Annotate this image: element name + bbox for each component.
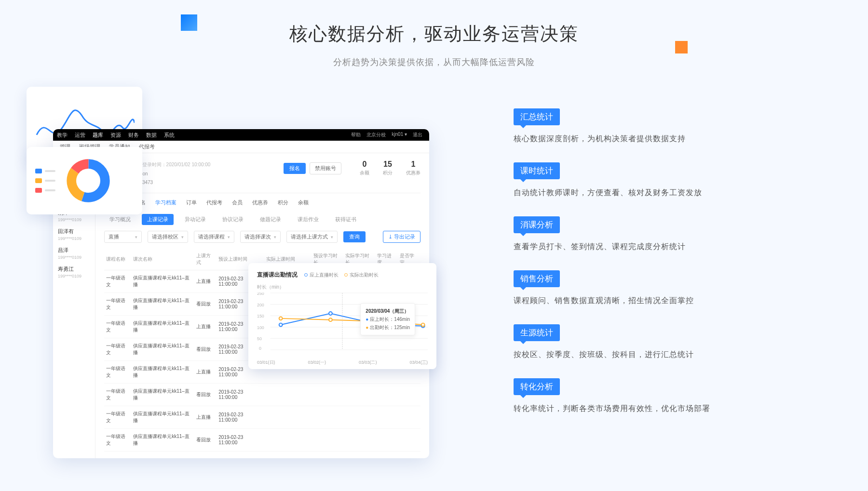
chart-legend: 应上直播时长实际出勤时长 xyxy=(304,272,379,279)
filter-select[interactable]: 直播 xyxy=(104,231,142,243)
table-header: 上课方式 xyxy=(194,249,217,270)
table-cell xyxy=(398,384,420,406)
table-cell xyxy=(264,384,312,406)
filter-select[interactable]: 请选择上课方式 xyxy=(286,231,338,243)
legend-entry: 应上直播时长 xyxy=(304,272,339,279)
top-nav-item[interactable]: 运营 xyxy=(75,132,85,139)
record-pill[interactable]: 做题记录 xyxy=(255,214,286,225)
chart-title: 直播课出勤情况 xyxy=(257,271,298,279)
top-nav-item[interactable]: 系统 xyxy=(164,132,175,139)
table-cell: 看回放 xyxy=(194,293,217,316)
legend-item xyxy=(35,169,55,173)
feature-item: 消课分析 查看学员打卡、签到情况、课程完成度分析统计 xyxy=(514,216,784,252)
filter-select[interactable]: 请选择课程 xyxy=(194,231,234,243)
table-cell: 供应直播课程单元kk11–直播 xyxy=(131,270,194,293)
table-cell: 上直播 xyxy=(194,361,217,384)
decor-blue-square xyxy=(181,14,197,31)
table-cell xyxy=(343,384,375,406)
profile-tab[interactable]: 学习档案 xyxy=(155,199,176,206)
feature-desc: 核心数据深度剖析，为机构决策者提供数据支持 xyxy=(514,134,784,144)
hero-subtitle: 分析趋势为决策提供依据，从而大幅降低运营风险 xyxy=(0,56,868,68)
table-cell xyxy=(312,429,343,451)
table-cell: 一年级语文 xyxy=(104,316,131,338)
record-pill[interactable]: 上课记录 xyxy=(142,214,174,225)
svg-text:250: 250 xyxy=(257,292,264,296)
table-cell: 2019-02-23 11:00:00 xyxy=(217,384,264,406)
feature-tag: 销售分析 xyxy=(514,270,560,287)
enroll-button[interactable]: 报名 xyxy=(284,163,306,174)
filter-select[interactable]: 请选择课次 xyxy=(240,231,281,243)
chart-x-axis: 03/01(日)03/02(一)03/03(二)03/04(三) xyxy=(257,359,428,366)
attendance-chart-card: 直播课出勤情况 应上直播时长实际出勤时长 时长（min） 250200 1501… xyxy=(248,263,436,369)
table-cell: 一年级语文 xyxy=(104,384,131,406)
export-button[interactable]: ⤓ 导出记录 xyxy=(383,231,420,243)
top-nav-item[interactable]: 财务 xyxy=(128,132,139,139)
svg-text:100: 100 xyxy=(257,325,264,330)
feature-item: 销售分析 课程顾问、销售数据直观清晰，招生情况全面掌控 xyxy=(514,270,784,306)
table-cell: 2019-02-23 11:00:00 xyxy=(217,406,264,429)
table-row[interactable]: 一年级语文供应直播课程单元kk11–直播上直播2019-02-23 11:00:… xyxy=(104,406,420,429)
table-cell: 一年级语文 xyxy=(104,270,131,293)
table-cell xyxy=(343,429,375,451)
filter-select[interactable]: 请选择校区 xyxy=(148,231,188,243)
table-cell xyxy=(312,406,343,429)
top-right-item[interactable]: kjn01 ▾ xyxy=(392,132,407,138)
table-row[interactable]: 一年级语文供应直播课程单元kk11–直播看回放2019-02-23 11:00:… xyxy=(104,384,420,406)
table-row[interactable]: 一年级语文供应直播课程单元kk11–直播看回放2019-02-23 11:00:… xyxy=(104,429,420,451)
svg-point-21 xyxy=(279,317,283,320)
svg-text:50: 50 xyxy=(257,336,262,341)
profile-tab[interactable]: 余额 xyxy=(298,199,309,206)
profile-tab[interactable]: 订单 xyxy=(186,199,197,206)
profile-tab[interactable]: 优惠券 xyxy=(252,199,268,206)
sidebar-student[interactable]: 昌泽199****0109 xyxy=(53,244,95,263)
table-cell: 看回放 xyxy=(194,429,217,451)
feature-tag: 生源统计 xyxy=(514,324,560,341)
record-pill[interactable]: 学习概况 xyxy=(104,214,136,225)
feature-tag: 消课分析 xyxy=(514,216,560,233)
profile-tab[interactable]: 积分 xyxy=(278,199,288,206)
student-profile: 仝卿致 · 最后登录时间：2020/01/02 10:00:00 用户id：Ia… xyxy=(104,160,420,193)
table-cell: 供应直播课程单元kk11–直播 xyxy=(131,429,194,451)
table-cell xyxy=(264,429,312,451)
svg-text:0: 0 xyxy=(259,346,261,350)
feature-desc: 转化率统计，判断各类市场费用有效性，优化市场部署 xyxy=(514,404,784,414)
x-tick: 03/04(三) xyxy=(409,359,428,366)
table-cell: 一年级语文 xyxy=(104,406,131,429)
sidebar-student[interactable]: 田泽有199****0109 xyxy=(53,225,95,244)
svg-point-22 xyxy=(329,318,332,321)
svg-point-24 xyxy=(421,323,425,327)
top-right-item[interactable]: 退出 xyxy=(413,132,422,138)
search-button[interactable]: 查询 xyxy=(343,231,366,242)
tooltip-line-2: 出勤时长：125min xyxy=(370,325,410,330)
table-cell: 一年级语文 xyxy=(104,338,131,361)
sidebar-student[interactable]: 寿勇江199****0109 xyxy=(53,263,95,281)
feature-item: 课时统计 自动统计教师课时，方便查看、核对及财务工资发放 xyxy=(514,162,784,198)
table-header: 课程名称 xyxy=(104,249,131,270)
record-pill[interactable]: 获得证书 xyxy=(330,214,362,225)
profile-tab[interactable]: 代报考 xyxy=(206,199,222,206)
record-pill[interactable]: 协议记录 xyxy=(217,214,249,225)
table-cell xyxy=(375,384,398,406)
top-right-item[interactable]: 帮助 xyxy=(351,132,361,138)
record-pill[interactable]: 课后作业 xyxy=(292,214,324,225)
mini-donut-card xyxy=(27,147,142,214)
top-nav-item[interactable]: 资源 xyxy=(110,132,121,139)
chart-tooltip: 2020/03/04（周三） ● 应上时长：146min ● 出勤时长：125m… xyxy=(360,303,415,335)
disable-account-button[interactable]: 禁用账号 xyxy=(310,162,341,174)
profile-tab[interactable]: 会员 xyxy=(232,199,243,206)
svg-point-17 xyxy=(279,323,283,327)
top-nav-item[interactable]: 题库 xyxy=(93,132,103,139)
table-cell: 供应直播课程单元kk11–直播 xyxy=(131,384,194,406)
top-right-item[interactable]: 北京分校 xyxy=(366,132,386,138)
record-pill[interactable]: 异动记录 xyxy=(179,214,211,225)
x-tick: 03/03(二) xyxy=(359,359,377,366)
svg-point-3 xyxy=(79,171,97,190)
top-nav-item[interactable]: 教学 xyxy=(57,132,68,139)
table-cell xyxy=(398,429,420,451)
hero-section: 核心数据分析，驱动业务运营决策 分析趋势为决策提供依据，从而大幅降低运营风险 xyxy=(0,0,868,68)
table-cell xyxy=(398,406,420,429)
top-nav-item[interactable]: 数据 xyxy=(146,132,157,139)
feature-list: 汇总统计 核心数据深度剖析，为机构决策者提供数据支持 课时统计 自动统计教师课时… xyxy=(514,108,784,432)
hero-title: 核心数据分析，驱动业务运营决策 xyxy=(289,22,579,46)
table-cell xyxy=(375,429,398,451)
